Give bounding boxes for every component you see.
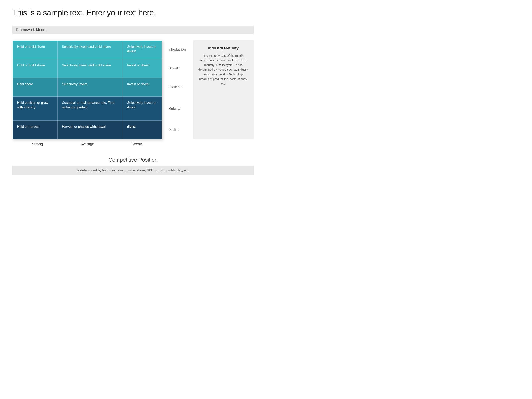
info-box-text: The maturity axis Of the matrix represen… (198, 53, 248, 86)
matrix-cell-growth-weak: Invest or divest (123, 59, 162, 78)
matrix-cell-maturity-avg: Custodial or maintenance role. Find nich… (57, 97, 123, 120)
industry-label-growth: Growth (168, 59, 189, 78)
matrix-cell-shakeout-avg: Selectively invest (57, 78, 123, 97)
matrix-table: Hold or build shareSelectively invest an… (13, 40, 162, 139)
matrix-cell-decline-strong: Hold or harvest (13, 120, 57, 139)
matrix-cell-decline-avg: Harvest or phased withdrawal (57, 120, 123, 139)
col-label-strong: Strong (13, 142, 62, 146)
industry-labels: IntroductionGrowthShakeoutMaturityDeclin… (168, 40, 189, 139)
matrix-cell-growth-strong: Hold or build share (13, 59, 57, 78)
matrix-cell-maturity-strong: Hold position or grow with industry (13, 97, 57, 120)
col-label-average: Average (62, 142, 112, 146)
matrix-cell-intro-avg: Selectively invest and build share (57, 40, 123, 59)
matrix-cell-growth-avg: Selectively invest and build share (57, 59, 123, 78)
matrix-cell-maturity-weak: Selectively invest or divest (123, 97, 162, 120)
info-box-title: Industry Maturity (198, 46, 248, 51)
col-labels: StrongAverageWeak (13, 142, 162, 146)
matrix-cell-intro-strong: Hold or build share (13, 40, 57, 59)
section-header: Framework Model (13, 25, 253, 34)
matrix-cell-intro-weak: Selectively invest or divest (123, 40, 162, 59)
matrix-wrapper: Hold or build shareSelectively invest an… (13, 40, 162, 146)
main-content-area: Hold or build shareSelectively invest an… (13, 40, 253, 146)
matrix-cell-shakeout-weak: Invest or divest (123, 78, 162, 97)
side-panel: IntroductionGrowthShakeoutMaturityDeclin… (168, 40, 253, 139)
industry-label-intro: Introduction (168, 40, 189, 59)
industry-label-maturity: Maturity (168, 96, 189, 120)
matrix-cell-shakeout-strong: Hold share (13, 78, 57, 97)
bottom-section: Competitive Position Is determined by fa… (13, 157, 253, 175)
matrix-cell-decline-weak: divest (123, 120, 162, 139)
competitive-title: Competitive Position (13, 157, 253, 163)
info-box: Industry Maturity The maturity axis Of t… (193, 40, 253, 139)
industry-label-shakeout: Shakeout (168, 78, 189, 96)
page-title: This is a sample text. Enter your text h… (13, 8, 253, 17)
industry-label-decline: Decline (168, 120, 189, 139)
col-label-weak: Weak (112, 142, 162, 146)
competitive-description: Is determined by factor including market… (13, 166, 253, 175)
